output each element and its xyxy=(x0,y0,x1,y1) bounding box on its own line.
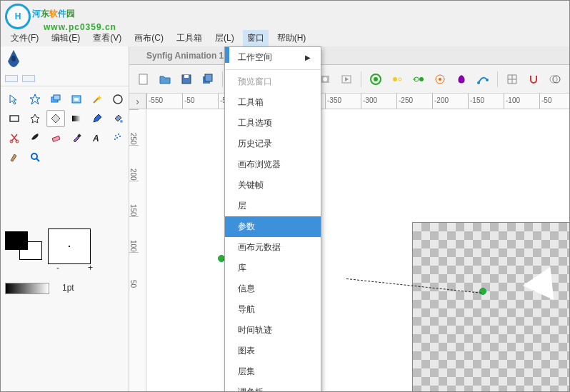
save-button[interactable] xyxy=(176,69,196,89)
svg-point-0 xyxy=(11,56,16,61)
window-menu-dropdown: 工作空间▶ 预览窗口 工具箱 工具选项 历史记录 画布浏览器 关键帧 层 参数 … xyxy=(224,46,321,392)
tool-cut[interactable] xyxy=(5,129,24,146)
svg-point-16 xyxy=(116,137,118,139)
tool-spray[interactable] xyxy=(109,129,127,146)
tool-eraser[interactable] xyxy=(46,129,65,146)
menu-layer[interactable]: 层(L) xyxy=(211,30,239,46)
canvas[interactable] xyxy=(146,109,569,391)
menu-canvas[interactable]: 画布(C) xyxy=(130,30,168,46)
svg-point-30 xyxy=(374,77,378,81)
menu-item-timetrack[interactable]: 时间轨迹 xyxy=(225,320,321,341)
svg-point-15 xyxy=(118,134,119,135)
menu-window[interactable]: 窗口 xyxy=(243,30,269,46)
menu-item-info[interactable]: 信息 xyxy=(225,278,321,299)
gradient-preview[interactable] xyxy=(5,283,49,294)
menu-item-history[interactable]: 历史记录 xyxy=(225,134,321,154)
menu-item-params[interactable]: 参数 xyxy=(225,216,321,237)
onion-green-button[interactable] xyxy=(366,69,386,89)
menu-item-nav[interactable]: 导航 xyxy=(225,299,321,320)
menu-item-chart[interactable]: 图表 xyxy=(225,341,321,361)
vertical-ruler: 250200150 10050 xyxy=(129,109,146,391)
tool-star[interactable] xyxy=(26,91,44,108)
svg-point-5 xyxy=(114,95,122,104)
menu-file[interactable]: 文件(F) xyxy=(6,30,43,46)
svg-point-19 xyxy=(31,154,37,159)
svg-rect-7 xyxy=(72,116,81,121)
tool-panel-shelf xyxy=(1,71,129,86)
menu-item-tool-options[interactable]: 工具选项 xyxy=(225,113,321,134)
keyframe-prev-button[interactable] xyxy=(409,69,429,89)
svg-point-27 xyxy=(323,77,327,81)
brush-size-label: 1pt xyxy=(62,283,74,293)
menu-item-keyframe[interactable]: 关键帧 xyxy=(225,175,321,196)
brush-preview[interactable] xyxy=(48,228,91,264)
menu-item-layer[interactable]: 层 xyxy=(225,196,321,216)
svg-rect-22 xyxy=(184,75,189,78)
menu-item-preview[interactable]: 预览窗口 xyxy=(225,71,321,92)
svg-point-37 xyxy=(477,81,480,84)
onion-purple-button[interactable] xyxy=(451,69,471,89)
tool-polygon[interactable] xyxy=(46,110,65,127)
brush-increase[interactable]: + xyxy=(88,263,93,273)
tool-panel: A -+ 1pt xyxy=(1,46,129,391)
fg-bg-swatch[interactable] xyxy=(5,231,45,263)
tool-pen[interactable] xyxy=(88,110,106,127)
svg-point-38 xyxy=(486,79,489,81)
tool-rect[interactable] xyxy=(5,110,24,127)
triangle-shape[interactable] xyxy=(523,260,566,301)
onion-yellow-button[interactable] xyxy=(387,69,407,89)
synfig-logo-icon xyxy=(5,49,22,69)
curve-edit-button[interactable] xyxy=(473,69,493,89)
tool-grid: A xyxy=(1,86,129,170)
keyframe-lock-button[interactable] xyxy=(430,69,450,89)
svg-point-32 xyxy=(399,78,401,81)
svg-rect-4 xyxy=(74,98,79,101)
tool-brush[interactable] xyxy=(26,129,44,146)
tool-mask[interactable] xyxy=(67,91,86,108)
svg-rect-20 xyxy=(139,74,147,84)
menu-item-layerset[interactable]: 层集 xyxy=(225,361,321,382)
svg-rect-2 xyxy=(54,95,60,100)
svg-point-17 xyxy=(119,136,121,137)
document-tabs: Synfig Animation 1✕ ion 2✕ xyxy=(129,46,569,65)
svg-point-36 xyxy=(439,78,441,81)
svg-rect-11 xyxy=(52,136,60,141)
svg-point-31 xyxy=(393,77,397,81)
brush-decrease[interactable]: - xyxy=(56,263,59,273)
tool-magic[interactable] xyxy=(88,91,106,108)
tool-text[interactable]: A xyxy=(88,129,106,146)
snap-button[interactable] xyxy=(524,69,544,89)
color-swatches: -+ xyxy=(1,227,129,277)
bezier-node[interactable] xyxy=(479,288,486,295)
tool-zoom[interactable] xyxy=(26,149,44,166)
menu-item-canvas-browser[interactable]: 画布浏览器 xyxy=(225,154,321,175)
tool-eyedrop[interactable] xyxy=(67,129,86,146)
tool-bucket[interactable] xyxy=(109,110,127,127)
menu-item-palette[interactable]: 调色板 xyxy=(225,382,321,392)
menu-help[interactable]: 帮助(H) xyxy=(273,30,311,46)
tool-gradient[interactable] xyxy=(67,110,86,127)
tool-pointer[interactable] xyxy=(5,91,24,108)
menu-item-toolbox[interactable]: 工具箱 xyxy=(225,92,321,113)
grid-button[interactable] xyxy=(502,69,522,89)
svg-point-18 xyxy=(114,139,116,140)
preview-button[interactable] xyxy=(336,69,356,89)
tool-layers[interactable] xyxy=(46,91,65,108)
new-button[interactable] xyxy=(134,69,154,89)
menu-item-workspace[interactable]: 工作空间▶ xyxy=(225,47,321,68)
site-name: 河东软件园 xyxy=(32,2,75,21)
tool-star2[interactable] xyxy=(26,110,44,127)
menu-toolbox[interactable]: 工具箱 xyxy=(172,30,206,46)
onion-skin-button[interactable] xyxy=(545,69,565,89)
tool-paint[interactable] xyxy=(5,149,24,166)
svg-point-14 xyxy=(115,135,116,136)
submenu-arrow-icon: ▶ xyxy=(305,54,311,61)
tool-circle[interactable] xyxy=(109,91,127,108)
document-area: Synfig Animation 1✕ ion 2✕ › -550-50-500… xyxy=(129,46,569,391)
save-all-button[interactable] xyxy=(198,69,218,89)
open-button[interactable] xyxy=(155,69,175,89)
ruler-corner[interactable]: › xyxy=(129,94,146,109)
menu-item-metadata[interactable]: 画布元数据 xyxy=(225,237,321,258)
svg-rect-24 xyxy=(205,74,212,81)
menu-item-library[interactable]: 库 xyxy=(225,258,321,278)
